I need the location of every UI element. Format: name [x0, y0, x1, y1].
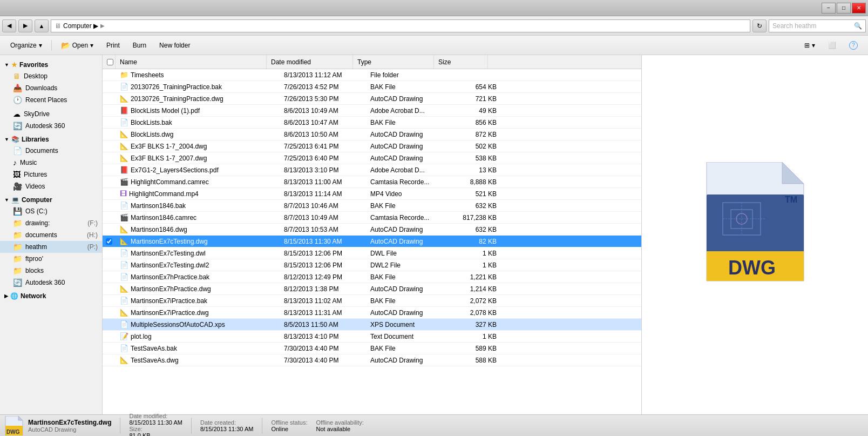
network-section: ▶ 🌐 Network — [0, 291, 102, 301]
row-size-cell: 327 KB — [447, 321, 501, 328]
table-row[interactable]: 📝 plot.log 8/13/2013 4:10 PM Text Docume… — [103, 331, 641, 343]
file-list: 📁 Timesheets 8/13/2013 11:12 AM File fol… — [103, 69, 641, 414]
maximize-button[interactable]: □ — [837, 3, 851, 14]
table-row[interactable]: 📁 Timesheets 8/13/2013 11:12 AM File fol… — [103, 69, 641, 81]
col-header-date[interactable]: Date modified — [267, 55, 353, 69]
table-row[interactable]: 📄 MartinsonEx7iPractice.bak 8/13/2013 11… — [103, 295, 641, 307]
sidebar-item-blocks[interactable]: 📁 blocks — [0, 265, 102, 277]
address-text: Computer ▶ — [63, 22, 98, 30]
col-size-label: Size — [438, 58, 451, 66]
row-date-cell: 8/13/2013 11:14 AM — [280, 190, 366, 198]
back-button[interactable]: ◀ — [2, 19, 16, 32]
sidebar-item-os-c[interactable]: 💾 OS (C:) — [0, 205, 102, 217]
help-button[interactable]: ? — [843, 38, 864, 53]
search-field[interactable]: Search heathm 🔍 — [769, 19, 866, 32]
network-header[interactable]: ▶ 🌐 Network — [0, 291, 102, 301]
table-row[interactable]: 📐 MartinsonEx7cTesting.dwg 8/15/2013 11:… — [103, 236, 641, 247]
open-label: Open — [72, 42, 88, 49]
forward-button[interactable]: ▶ — [18, 19, 32, 32]
sidebar-item-pictures[interactable]: 🖼 Pictures — [0, 169, 102, 180]
col-header-checkbox[interactable] — [103, 55, 116, 69]
os-c-label: OS (C:) — [25, 207, 98, 215]
table-row[interactable]: 📄 MartinsonEx7hPractice.bak 8/12/2013 12… — [103, 271, 641, 283]
sidebar-item-music[interactable]: ♪ Music — [0, 157, 102, 169]
views-button[interactable]: ⊞ ▾ — [798, 38, 821, 53]
file-name: BlockLists.bak — [131, 119, 172, 126]
file-name: MartinsonEx7cTesting.dwl — [131, 250, 206, 257]
file-type-icon: 📄 — [120, 249, 128, 257]
sidebar-item-drawing-f[interactable]: 📁 drawing: (F:) — [0, 217, 102, 229]
burn-button[interactable]: Burn — [127, 38, 152, 53]
table-row[interactable]: 📐 TestSaveAs.dwg 7/30/2013 4:40 PM AutoC… — [103, 354, 641, 366]
table-row[interactable]: 📐 MartinsonEx7iPractice.dwg 8/13/2013 11… — [103, 307, 641, 319]
table-row[interactable]: 📄 MartinsonEx7cTesting.dwl 8/15/2013 12:… — [103, 247, 641, 259]
sidebar-item-recent-places[interactable]: 🕐 Recent Places — [0, 94, 102, 106]
documents-h-label: documents — [25, 231, 85, 239]
new-folder-button[interactable]: New folder — [153, 38, 196, 53]
select-all-checkbox[interactable] — [107, 59, 113, 65]
sidebar-item-ftproo[interactable]: 📁 ftproo' — [0, 253, 102, 265]
row-name-cell: 📕 Ex7G1-2_Layers4Sections.pdf — [116, 166, 280, 174]
sidebar-item-downloads[interactable]: 📥 Downloads — [0, 82, 102, 94]
sidebar-item-documents[interactable]: 📄 Documents — [0, 145, 102, 157]
table-row[interactable]: 📄 Martinson1846.bak 8/7/2013 10:46 AM BA… — [103, 200, 641, 212]
sidebar-item-videos[interactable]: 🎥 Videos — [0, 180, 102, 192]
file-name: MartinsonEx7iPractice.dwg — [131, 309, 209, 317]
table-row[interactable]: 📐 Ex3F BLKS 1-7_2007.dwg 7/25/2013 6:40 … — [103, 152, 641, 164]
row-date-cell: 8/13/2013 11:00 AM — [280, 178, 366, 186]
change-your-view-button[interactable]: ⬜ — [822, 38, 842, 53]
table-row[interactable]: 🎬 HighlightCommand.camrec 8/13/2013 11:0… — [103, 176, 641, 188]
computer-label: Computer — [22, 196, 52, 204]
documents-label: Documents — [25, 147, 98, 155]
refresh-button[interactable]: ↻ — [752, 19, 767, 32]
sidebar-item-desktop[interactable]: 🖥 Desktop — [0, 70, 102, 82]
recent-places-icon: 🕐 — [13, 96, 22, 104]
table-row[interactable]: 📐 Martinson1846.dwg 8/7/2013 10:53 AM Au… — [103, 224, 641, 236]
sidebar-item-heathm-p[interactable]: 📁 heathm (P:) — [0, 241, 102, 253]
row-type-cell: Adobe Acrobat D... — [366, 166, 447, 174]
address-field[interactable]: 🖥 Computer ▶ ▶ — [51, 19, 750, 32]
table-row[interactable]: 📄 TestSaveAs.bak 7/30/2013 4:40 PM BAK F… — [103, 343, 641, 354]
row-name-cell: 📐 BlockLists.dwg — [116, 130, 280, 138]
minimize-button[interactable]: − — [822, 3, 836, 14]
burn-label: Burn — [133, 42, 146, 49]
col-header-type[interactable]: Type — [353, 55, 434, 69]
table-row[interactable]: 📄 MartinsonEx7cTesting.dwl2 8/15/2013 12… — [103, 259, 641, 271]
row-date-cell: 8/13/2013 3:10 PM — [280, 166, 366, 174]
table-row[interactable]: 📕 Ex7G1-2_Layers4Sections.pdf 8/13/2013 … — [103, 164, 641, 176]
table-row[interactable]: 📕 BlockLists Model (1).pdf 8/6/2013 10:4… — [103, 105, 641, 117]
sidebar-item-documents-h[interactable]: 📁 documents (H:) — [0, 229, 102, 241]
favorites-header[interactable]: ▼ ★ Favorites — [0, 59, 102, 70]
table-row[interactable]: 📐 BlockLists.dwg 8/6/2013 10:50 AM AutoC… — [103, 129, 641, 140]
row-size-cell: 1 KB — [447, 333, 501, 340]
table-row[interactable]: 📄 BlockLists.bak 8/6/2013 10:47 AM BAK F… — [103, 117, 641, 129]
table-row[interactable]: 📐 20130726_TrainingPractice.dwg 7/26/201… — [103, 93, 641, 105]
organize-button[interactable]: Organize ▾ — [4, 38, 48, 53]
table-row[interactable]: 🎬 Martinson1846.camrec 8/7/2013 10:49 AM… — [103, 212, 641, 224]
table-row[interactable]: 📐 MartinsonEx7hPractice.dwg 8/12/2013 1:… — [103, 283, 641, 295]
documents-h-drive: (H:) — [87, 231, 98, 239]
close-button[interactable]: ✕ — [852, 3, 866, 14]
row-name-cell: 📝 plot.log — [116, 332, 280, 340]
table-row[interactable]: 📄 MultipleSessionsOfAutoCAD.xps 8/5/2013… — [103, 319, 641, 331]
toolbar: Organize ▾ 📂 Open ▾ Print Burn New folde… — [0, 36, 868, 55]
print-button[interactable]: Print — [100, 38, 126, 53]
search-placeholder: Search heathm — [772, 22, 816, 30]
file-type-icon: 📄 — [120, 297, 128, 305]
sidebar-item-skydrive[interactable]: ☁ SkyDrive — [0, 108, 102, 120]
libraries-section: ▼ 📚 Libraries 📄 Documents ♪ Music 🖼 Pict… — [0, 134, 102, 192]
col-header-size[interactable]: Size — [434, 55, 488, 69]
up-button[interactable]: ▲ — [35, 19, 49, 32]
sidebar-item-autodesk360-cloud[interactable]: 🔄 Autodesk 360 — [0, 120, 102, 132]
col-header-name[interactable]: Name — [116, 55, 267, 69]
table-row[interactable]: 📄 20130726_TrainingPractice.bak 7/26/201… — [103, 81, 641, 93]
table-row[interactable]: 📐 Ex3F BLKS 1-7_2004.dwg 7/25/2013 6:41 … — [103, 140, 641, 152]
table-row[interactable]: 🎞 HighlightCommand.mp4 8/13/2013 11:14 A… — [103, 188, 641, 200]
row-checkbox-cell — [103, 238, 116, 245]
row-date-cell: 7/25/2013 6:40 PM — [280, 155, 366, 162]
sidebar-item-autodesk360[interactable]: 🔄 Autodesk 360 — [0, 277, 102, 289]
open-button[interactable]: 📂 Open ▾ — [55, 38, 99, 53]
file-name: MartinsonEx7cTesting.dwg — [131, 238, 208, 245]
libraries-header[interactable]: ▼ 📚 Libraries — [0, 134, 102, 145]
computer-header[interactable]: ▼ 💻 Computer — [0, 194, 102, 205]
